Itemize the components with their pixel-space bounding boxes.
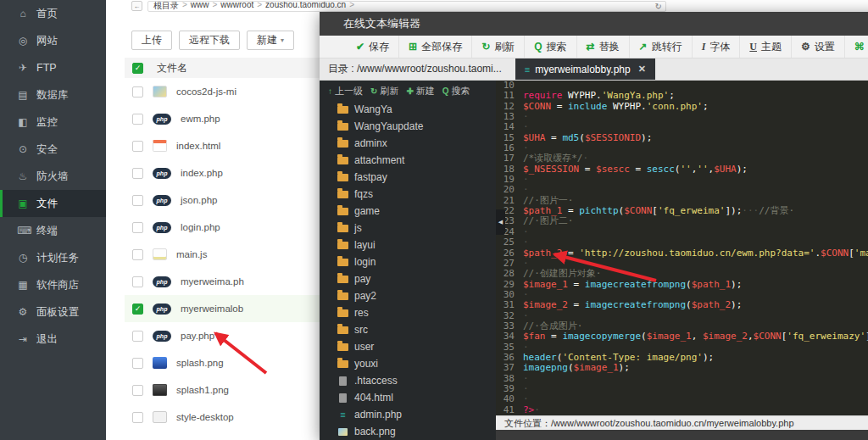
sidebar-item-ftp[interactable]: ✈FTP [0,54,106,81]
file-checkbox[interactable] [132,412,143,423]
tree-folder[interactable]: fqzs [320,186,496,203]
remote-download-button[interactable]: 远程下载 [179,31,240,50]
tree-folder[interactable]: WangYaupdate [320,118,496,135]
breadcrumb-item[interactable]: www [191,1,209,12]
tree-refresh-button[interactable]: ↻刷新 [370,85,398,97]
code-line[interactable]: 31$image_2 = imagecreatefrompng($path_2)… [496,300,868,310]
sidebar-item-database[interactable]: ▤数据库 [0,81,106,109]
tree-folder[interactable]: attachment [320,152,496,169]
sidebar-item-monitor[interactable]: ◧监控 [0,109,106,136]
sidebar-item-home[interactable]: ⌂首页 [0,0,106,27]
tree-folder[interactable]: game [320,203,496,220]
sidebar-item-logout[interactable]: ⇥退出 [0,326,106,353]
line-number: 26 [496,248,523,259]
breadcrumb-item[interactable]: wwwroot [220,1,253,12]
code-line[interactable]: 29$image_1 = imagecreatefrompng($path_1)… [496,280,868,290]
sidebar-item-cron[interactable]: ◷计划任务 [0,244,106,271]
code-editor[interactable]: 1011require WYPHP.'WangYa.php';12$CONN =… [496,81,868,415]
file-checkbox[interactable] [132,276,143,287]
file-checkbox[interactable]: ✓ [132,304,143,315]
shortcuts-button[interactable]: ⌘快捷键 [845,36,868,58]
tree-folder[interactable]: layui [320,237,496,253]
folder-name: login [354,256,376,268]
code-line[interactable]: 15$UHA = md5($SESSIONID); [496,133,868,143]
file-name: splash.png [176,358,224,368]
code-line[interactable]: 12$CONN = include WYPHP.'conn.php'; [496,102,868,112]
file-checkbox[interactable] [132,331,143,342]
settings-button[interactable]: ⚙设置 [792,36,845,58]
save-button[interactable]: ✔保存 [347,36,399,58]
file-checkbox[interactable] [132,222,143,233]
tree-file[interactable]: 404.html [320,389,496,406]
new-button[interactable]: 新建▾ [247,31,294,50]
line-number: 17 [496,153,523,164]
editor-toolbar: ✔保存⊞全部保存↻刷新Q搜索⇄替换↗跳转行I字体U主题⚙设置⌘快捷键 [320,36,868,58]
home-icon: ⌂ [17,8,29,19]
file-type-icon: php [153,304,171,315]
back-button[interactable]: ← [131,1,142,11]
sidebar-item-appstore[interactable]: ▦软件商店 [0,271,106,298]
folder-name: attachment [354,154,404,166]
replace-button[interactable]: ⇄替换 [577,36,630,58]
code-line[interactable]: 40· [496,394,868,404]
code-line[interactable]: 19· [496,175,868,185]
sidebar-item-firewall[interactable]: ♨防火墙 [0,163,106,190]
code-line[interactable]: 23//·图片二· [496,216,868,226]
tree-search-button[interactable]: Q搜索 [442,85,470,97]
tree-new-button[interactable]: ✚新建 [406,85,434,97]
tree-folder[interactable]: pay2 [320,287,496,304]
sidebar-item-security[interactable]: ⊙安全 [0,136,106,163]
sidebar-item-files[interactable]: ▣文件 [0,190,106,217]
tree-folder[interactable]: res [320,304,496,321]
file-checkbox[interactable] [132,168,143,179]
code-line[interactable]: 39· [496,384,868,394]
tree-folder[interactable]: user [320,338,496,355]
breadcrumb-item[interactable]: 根目录 [153,1,179,12]
tree-file[interactable]: ≡admin.php [320,406,496,423]
tab-close-icon[interactable]: ✕ [638,64,646,75]
tree-folder[interactable]: js [320,220,496,237]
tree-file[interactable]: back.png [320,423,496,440]
sidebar-item-site[interactable]: ◎网站 [0,27,106,54]
upload-button[interactable]: 上传 [131,31,172,50]
tree-folder[interactable]: fastpay [320,169,496,186]
file-checkbox[interactable] [132,86,143,97]
tree-folder[interactable]: WangYa [320,101,496,118]
tree-up-button[interactable]: ↑上一级 [328,85,363,97]
tree-folder[interactable]: youxi [320,355,496,372]
tree-folder[interactable]: adminx [320,135,496,152]
code-line[interactable]: 18$_NSESSION = $sescc = sescc('','',$UHA… [496,164,868,175]
font-button[interactable]: I字体 [693,36,741,58]
select-all-checkbox[interactable]: ✓ [132,63,143,74]
path-field[interactable]: 根目录>www>wwwroot>zoushou.taomiduo.cn> ↻ [147,1,666,12]
save-all-button[interactable]: ⊞全部保存 [399,36,472,58]
tree-folder[interactable]: login [320,253,496,270]
code-line[interactable]: 13· [496,112,868,122]
editor-file-tab[interactable]: ≡ myerweimalobby.php ✕ [515,58,655,80]
file-checkbox[interactable] [132,141,143,152]
code-line[interactable]: 41?>· [496,405,868,415]
file-checkbox[interactable] [132,385,143,396]
file-checkbox[interactable] [132,358,143,369]
tree-collapse-handle[interactable]: ◀ [496,209,505,235]
sidebar-item-panel-settings[interactable]: ⚙面板设置 [0,298,106,326]
breadcrumb-item[interactable]: zoushou.taomiduo.cn [265,1,346,12]
code-line[interactable]: 26$path_2 = 'http://zoushou.taomiduo.cn/… [496,248,868,259]
path-refresh-icon[interactable]: ↻ [655,2,662,11]
code-line[interactable]: 24· [496,227,868,237]
file-checkbox[interactable] [132,114,143,125]
sidebar-item-terminal[interactable]: ⌨终端 [0,217,106,244]
tree-file[interactable]: .htaccess [320,372,496,389]
search-button[interactable]: Q搜索 [525,36,576,58]
tree-folder[interactable]: src [320,321,496,338]
refresh-button[interactable]: ↻刷新 [472,36,525,58]
code-line[interactable]: 37imagepng($image_1); [496,363,868,373]
tree-folder[interactable]: pay [320,270,496,287]
code-line[interactable]: 38· [496,374,868,384]
file-checkbox[interactable] [132,249,143,260]
editor-titlebar[interactable]: 在线文本编辑器 —□✕ [320,12,868,36]
theme-button[interactable]: U主题 [740,36,792,58]
goto-line-button[interactable]: ↗跳转行 [630,36,693,58]
code-line[interactable]: 34$fan = imagecopymerge($image_1, $image… [496,331,868,342]
file-checkbox[interactable] [132,195,143,206]
